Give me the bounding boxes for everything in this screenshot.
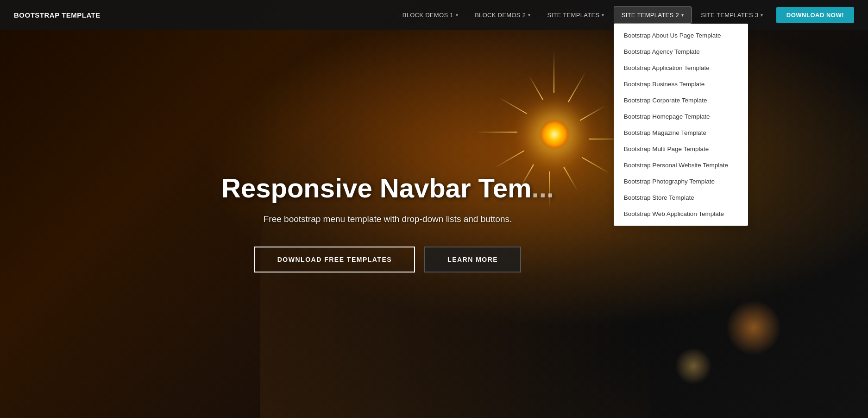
- chevron-down-icon: ▾: [681, 13, 684, 18]
- chevron-down-icon: ▾: [602, 13, 604, 18]
- hero-subtitle: Free bootstrap menu template with drop-d…: [221, 214, 554, 224]
- nav-link-site-templates-3[interactable]: SITE TEMPLATES 3 ▾: [693, 7, 771, 23]
- dropdown-item-photography[interactable]: Bootstrap Photography Template: [614, 173, 748, 190]
- chevron-down-icon: ▾: [761, 13, 763, 18]
- dropdown-item-business[interactable]: Bootstrap Business Template: [614, 76, 748, 92]
- nav-item-block-demos-1: BLOCK DEMOS 1 ▾: [395, 7, 465, 23]
- dropdown-item-agency[interactable]: Bootstrap Agency Template: [614, 44, 748, 60]
- light-spot-2: [675, 348, 712, 385]
- hero-title: Responsive Navbar Tem...: [221, 173, 554, 203]
- download-free-templates-button[interactable]: DOWNLOAD FREE TEMPLATES: [254, 247, 415, 272]
- hero-buttons: DOWNLOAD FREE TEMPLATES LEARN MORE: [221, 247, 554, 272]
- dropdown-item-homepage[interactable]: Bootstrap Homepage Template: [614, 108, 748, 125]
- dropdown-item-corporate[interactable]: Bootstrap Corporate Template: [614, 92, 748, 108]
- dropdown-item-web-application[interactable]: Bootstrap Web Application Template: [614, 206, 748, 222]
- nav-link-site-templates[interactable]: SITE TEMPLATES ▾: [540, 7, 612, 23]
- nav-item-site-templates: SITE TEMPLATES ▾: [540, 7, 612, 23]
- dropdown-item-magazine[interactable]: Bootstrap Magazine Template: [614, 125, 748, 141]
- nav-link-block-demos-2[interactable]: BLOCK DEMOS 2 ▾: [467, 7, 538, 23]
- dropdown-item-about-us[interactable]: Bootstrap About Us Page Template: [614, 27, 748, 44]
- chevron-down-icon: ▾: [528, 13, 530, 18]
- hero-content: Responsive Navbar Tem... Free bootstrap …: [203, 173, 572, 272]
- nav-link-block-demos-1[interactable]: BLOCK DEMOS 1 ▾: [395, 7, 465, 23]
- site-templates-2-dropdown: Bootstrap About Us Page Template Bootstr…: [614, 24, 748, 226]
- dropdown-item-store[interactable]: Bootstrap Store Template: [614, 190, 748, 206]
- dropdown-item-multi-page[interactable]: Bootstrap Multi Page Template: [614, 141, 748, 157]
- nav-links: BLOCK DEMOS 1 ▾ BLOCK DEMOS 2 ▾ SITE TEM…: [395, 6, 854, 24]
- chevron-down-icon: ▾: [456, 13, 458, 18]
- dropdown-item-application[interactable]: Bootstrap Application Template: [614, 60, 748, 76]
- download-now-button[interactable]: DOWNLOAD NOW!: [776, 7, 854, 23]
- nav-item-site-templates-2: SITE TEMPLATES 2 ▾ Bootstrap About Us Pa…: [614, 6, 692, 24]
- nav-link-site-templates-2[interactable]: SITE TEMPLATES 2 ▾: [614, 6, 692, 24]
- brand-logo[interactable]: BOOTSTRAP TEMPLATE: [14, 11, 101, 19]
- light-spot-1: [726, 300, 781, 355]
- dropdown-item-personal-website[interactable]: Bootstrap Personal Website Template: [614, 157, 748, 173]
- nav-item-block-demos-2: BLOCK DEMOS 2 ▾: [467, 7, 538, 23]
- nav-item-site-templates-3: SITE TEMPLATES 3 ▾: [693, 7, 771, 23]
- navbar: BOOTSTRAP TEMPLATE BLOCK DEMOS 1 ▾ BLOCK…: [0, 0, 868, 30]
- learn-more-button[interactable]: LEARN MORE: [424, 247, 521, 272]
